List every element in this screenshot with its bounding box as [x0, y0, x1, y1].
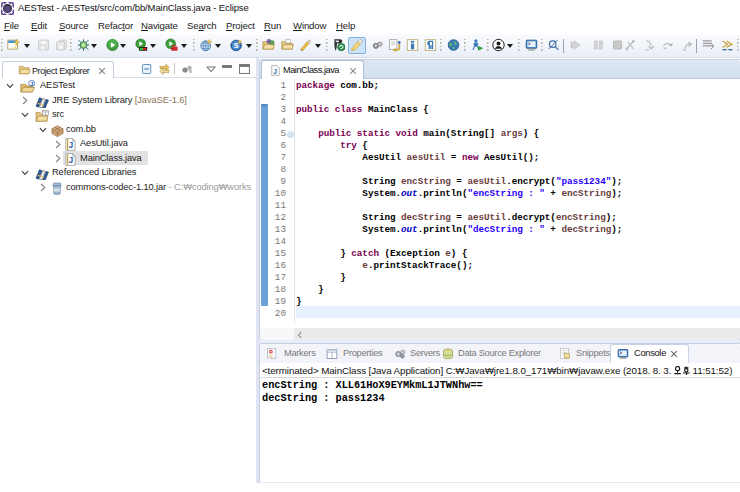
svg-text:S: S [234, 41, 239, 50]
svg-text:J: J [273, 68, 277, 75]
svg-text:J: J [69, 140, 74, 150]
svg-text:J: J [30, 81, 33, 87]
svg-text:J: J [69, 155, 74, 165]
